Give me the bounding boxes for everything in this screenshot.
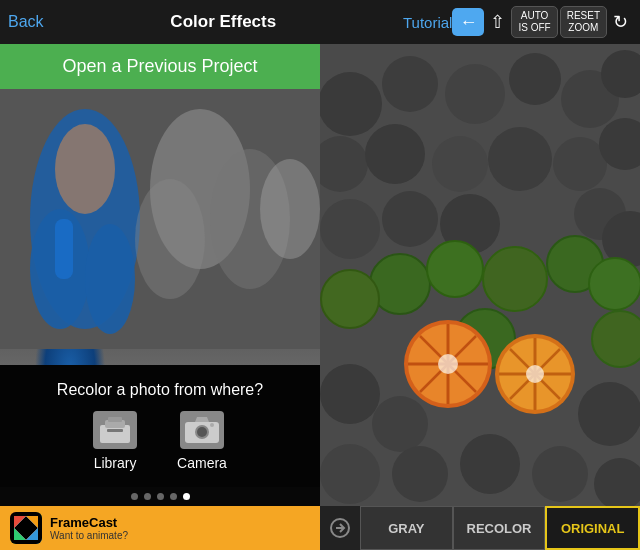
svg-point-70 (460, 434, 520, 494)
svg-point-17 (197, 427, 207, 437)
svg-point-4 (85, 224, 135, 334)
svg-point-57 (438, 354, 458, 374)
svg-point-8 (135, 179, 205, 299)
right-panel: GRAY RECOLOR ORIGINAL (320, 44, 640, 550)
pagination-dots (0, 487, 320, 506)
library-icon (93, 411, 137, 449)
svg-point-69 (392, 446, 448, 502)
reset-zoom-button[interactable]: RESET ZOOM (560, 6, 607, 38)
svg-rect-12 (108, 417, 122, 422)
svg-point-34 (432, 136, 488, 192)
back-button[interactable]: Back (8, 13, 44, 31)
camera-option[interactable]: Camera (177, 411, 227, 471)
svg-rect-5 (55, 219, 73, 279)
recolor-title: Recolor a photo from where? (16, 381, 304, 399)
recolor-options: Library Camera (16, 411, 304, 471)
tool-left-icon[interactable] (320, 506, 360, 550)
svg-point-44 (427, 241, 483, 297)
svg-point-26 (320, 72, 382, 136)
share-button[interactable]: ⇧ (486, 7, 509, 37)
photo-overlay (0, 89, 320, 349)
gray-button[interactable]: GRAY (360, 506, 453, 550)
dot-3[interactable] (157, 493, 164, 500)
left-panel: Open a Previous Project (0, 44, 320, 550)
citrus-svg (320, 44, 640, 506)
recolor-button[interactable]: RECOLOR (453, 506, 546, 550)
svg-point-67 (578, 382, 640, 446)
dot-2[interactable] (144, 493, 151, 500)
svg-point-68 (320, 444, 380, 504)
svg-point-35 (488, 127, 552, 191)
svg-point-38 (320, 199, 380, 259)
svg-point-48 (321, 270, 379, 328)
citrus-canvas (320, 44, 640, 506)
camera-label: Camera (177, 455, 227, 471)
framecast-banner[interactable]: FrameCast Want to animate? (0, 506, 320, 550)
svg-point-28 (445, 64, 505, 124)
svg-point-2 (55, 124, 115, 214)
tutorial-button[interactable]: Tutorial (403, 14, 452, 31)
citrus-photo (320, 44, 640, 506)
svg-point-71 (532, 446, 588, 502)
camera-icon (180, 411, 224, 449)
svg-point-18 (210, 423, 214, 427)
nav-bar: Back Color Effects Tutorial ← ⇧ AUTO IS … (0, 0, 640, 44)
svg-point-66 (372, 396, 428, 452)
nav-actions: ← ⇧ AUTO IS OFF RESET ZOOM ↻ (452, 6, 632, 38)
photo-area (0, 89, 320, 365)
svg-point-65 (320, 364, 380, 424)
nav-title: Color Effects (44, 12, 403, 32)
framecast-name: FrameCast (50, 515, 128, 530)
photo-canvas (0, 89, 320, 365)
framecast-subtitle: Want to animate? (50, 530, 128, 541)
dot-5[interactable] (183, 493, 190, 500)
svg-point-36 (553, 137, 607, 191)
refresh-button[interactable]: ↻ (609, 7, 632, 37)
svg-point-33 (365, 124, 425, 184)
svg-point-45 (483, 247, 547, 311)
library-label: Library (94, 455, 137, 471)
svg-point-64 (526, 365, 544, 383)
main-content: Open a Previous Project (0, 44, 640, 550)
svg-point-27 (382, 56, 438, 112)
svg-marker-15 (195, 417, 209, 422)
dot-1[interactable] (131, 493, 138, 500)
svg-point-39 (382, 191, 438, 247)
back-arrow-icon[interactable]: ← (452, 8, 484, 36)
svg-point-50 (592, 311, 640, 367)
svg-point-47 (589, 258, 640, 310)
open-previous-button[interactable]: Open a Previous Project (0, 44, 320, 89)
svg-point-29 (509, 53, 561, 105)
library-option[interactable]: Library (93, 411, 137, 471)
dot-4[interactable] (170, 493, 177, 500)
svg-point-9 (260, 159, 320, 259)
auto-off-button[interactable]: AUTO IS OFF (511, 6, 557, 38)
framecast-text: FrameCast Want to animate? (50, 515, 128, 541)
nav-left: Back (8, 13, 44, 31)
recolor-section: Recolor a photo from where? Library (0, 365, 320, 487)
svg-rect-13 (107, 429, 123, 432)
original-button[interactable]: ORIGINAL (545, 506, 640, 550)
framecast-logo (10, 512, 42, 544)
bottom-toolbar: GRAY RECOLOR ORIGINAL (320, 506, 640, 550)
